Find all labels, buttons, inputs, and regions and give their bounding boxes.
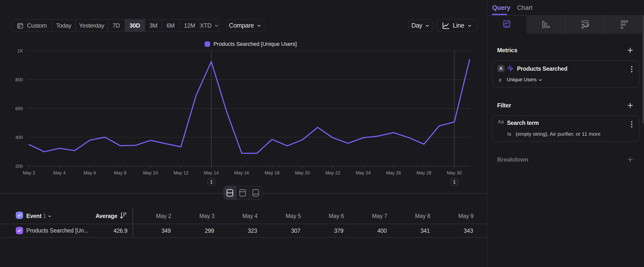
svg-text:1K: 1K — [17, 48, 23, 54]
svg-text:May 28: May 28 — [416, 170, 432, 175]
svg-text:May 12: May 12 — [174, 170, 188, 175]
svg-text:May 16: May 16 — [234, 170, 249, 175]
svg-text:May 26: May 26 — [386, 170, 401, 175]
svg-text:May 14: May 14 — [204, 170, 219, 175]
svg-text:200: 200 — [15, 164, 23, 169]
svg-text:May 30: May 30 — [447, 170, 462, 175]
svg-text:May 20: May 20 — [295, 170, 310, 175]
svg-text:May 22: May 22 — [326, 170, 340, 175]
svg-text:400: 400 — [15, 135, 23, 140]
svg-text:May 24: May 24 — [356, 170, 371, 175]
svg-text:May 18: May 18 — [265, 170, 280, 175]
svg-text:May 10: May 10 — [143, 170, 158, 175]
svg-text:May 4: May 4 — [53, 170, 66, 175]
svg-text:May 2: May 2 — [23, 170, 35, 175]
svg-text:600: 600 — [15, 106, 23, 111]
svg-text:May 6: May 6 — [84, 170, 96, 175]
svg-text:800: 800 — [15, 77, 23, 82]
svg-text:May 8: May 8 — [114, 170, 126, 175]
